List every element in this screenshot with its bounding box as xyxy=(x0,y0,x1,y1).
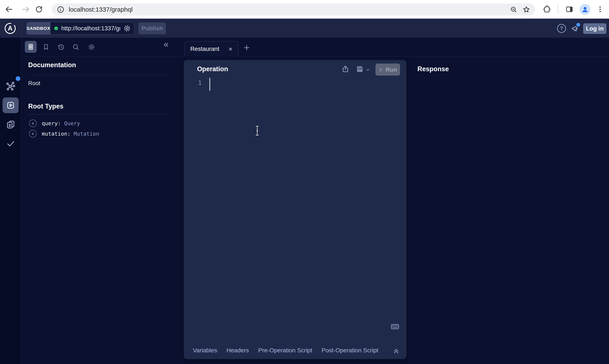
tab-variables[interactable]: Variables xyxy=(193,347,217,354)
endpoint-group: SANDBOX http://localhost:1337/gra... xyxy=(26,22,134,35)
connection-status-dot xyxy=(54,26,58,30)
run-label: Run xyxy=(386,66,397,73)
tab-history-icon[interactable] xyxy=(57,43,65,51)
mouse-ibeam-cursor xyxy=(254,125,260,136)
publish-button[interactable]: Publish xyxy=(138,23,166,34)
divider xyxy=(28,75,171,75)
sidebar-item-checklist[interactable] xyxy=(6,139,15,148)
sidebar-item-explorer[interactable] xyxy=(2,97,19,113)
tab-settings-gear-icon[interactable] xyxy=(88,43,95,51)
tab-bookmarks-icon[interactable] xyxy=(42,43,50,51)
apollo-sandbox-app: localhost:1337/graphql A SANDBOX h xyxy=(0,0,609,364)
left-navigation-rail: » xyxy=(0,38,21,364)
run-button[interactable]: Run xyxy=(376,64,400,76)
browser-reload-icon[interactable] xyxy=(34,4,44,14)
field-name: mutation: xyxy=(42,131,70,137)
operation-tab-restaurant[interactable]: Restaurant × xyxy=(184,41,239,57)
add-field-icon[interactable]: + xyxy=(29,119,37,127)
tab-headers[interactable]: Headers xyxy=(227,347,249,354)
share-icon[interactable] xyxy=(341,65,350,73)
editor-line-number: 1 xyxy=(198,79,202,86)
response-title: Response xyxy=(417,65,449,73)
documentation-title: Documentation xyxy=(28,61,76,69)
url-text: localhost:1337/graphql xyxy=(69,6,505,13)
endpoint-url-text: http://localhost:1337/gra... xyxy=(61,25,120,32)
apollo-logo-letter: A xyxy=(8,25,13,32)
sandbox-badge: SANDBOX xyxy=(27,22,51,34)
tab-documentation[interactable] xyxy=(25,41,37,53)
extensions-icon[interactable] xyxy=(542,4,552,14)
side-panel-icon[interactable] xyxy=(564,4,574,14)
field-type-link[interactable]: Mutation xyxy=(74,131,99,137)
run-play-icon xyxy=(378,67,384,72)
endpoint-settings-gear-icon[interactable] xyxy=(123,25,131,32)
profile-avatar[interactable] xyxy=(580,4,591,15)
announcements-icon[interactable] xyxy=(570,23,580,33)
sidebar-item-schema[interactable] xyxy=(6,120,16,130)
root-type-row-mutation: + mutation: Mutation xyxy=(29,129,99,138)
field-space xyxy=(61,120,64,127)
tab-pre-operation-script[interactable]: Pre-Operation Script xyxy=(258,347,312,354)
root-types-title: Root Types xyxy=(28,103,64,110)
divider xyxy=(28,114,171,115)
address-bar[interactable]: localhost:1337/graphql xyxy=(52,3,535,15)
panel-header-divider xyxy=(21,56,609,57)
help-icon[interactable]: ? xyxy=(557,24,566,33)
root-type-row-query: + query: Query xyxy=(29,119,80,128)
question-glyph: ? xyxy=(560,26,563,31)
graph-notification-dot xyxy=(16,76,20,81)
site-info-icon[interactable] xyxy=(56,5,65,14)
bookmark-star-icon[interactable] xyxy=(522,5,531,14)
tab-label: Restaurant xyxy=(190,46,219,52)
save-menu-chevron-icon[interactable] xyxy=(365,68,370,72)
tab-search-icon[interactable] xyxy=(72,43,80,51)
field-space xyxy=(70,131,74,137)
operation-panel: Operation Run 1 Variables Headers Pre-Op… xyxy=(184,60,406,359)
tab-post-operation-script[interactable]: Post-Operation Script xyxy=(322,347,378,354)
zoom-icon[interactable] xyxy=(509,5,518,14)
new-tab-icon[interactable]: + xyxy=(242,41,252,54)
save-icon[interactable] xyxy=(356,65,364,73)
keyboard-shortcuts-icon[interactable] xyxy=(390,322,400,331)
apollo-logo[interactable]: A xyxy=(5,23,16,34)
collapse-panel-icon[interactable]: « xyxy=(164,40,168,49)
field-type-link[interactable]: Query xyxy=(64,120,80,127)
browser-forward-icon[interactable] xyxy=(21,4,31,14)
header-divider xyxy=(21,19,21,38)
operation-title: Operation xyxy=(197,65,228,73)
add-field-icon[interactable]: + xyxy=(29,130,37,138)
announcement-notification-dot xyxy=(575,22,581,27)
browser-toolbar: localhost:1337/graphql xyxy=(0,0,609,19)
toolbar-separator xyxy=(558,5,558,14)
field-name: query: xyxy=(42,120,61,127)
doc-root-item[interactable]: Root xyxy=(28,80,40,87)
endpoint-url-input[interactable]: http://localhost:1337/gra... xyxy=(51,22,134,34)
editor-caret xyxy=(209,78,210,91)
editor-footer-tabs: Variables Headers Pre-Operation Script P… xyxy=(184,342,406,359)
browser-menu-icon[interactable] xyxy=(595,4,605,14)
close-tab-icon[interactable]: × xyxy=(228,46,233,52)
browser-back-icon[interactable] xyxy=(4,4,14,14)
graph-icon[interactable] xyxy=(5,81,16,91)
expand-footer-icon[interactable] xyxy=(392,346,401,355)
login-button[interactable]: Log in xyxy=(583,23,607,34)
